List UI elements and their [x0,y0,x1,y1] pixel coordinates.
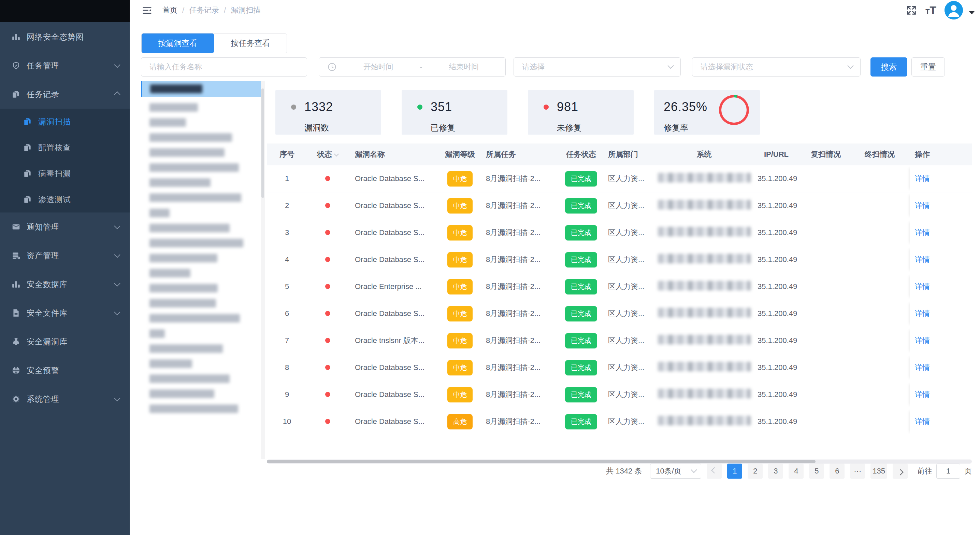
detail-link[interactable]: 详情 [915,417,930,427]
search-button[interactable]: 搜索 [870,57,907,77]
task-list-scrollbar[interactable] [261,81,265,459]
breadcrumb-home[interactable]: 首页 [162,5,177,15]
status-badge: 已完成 [565,333,597,348]
table-row: 4 Oracle Database S... 中危 8月漏洞扫描-2... 已完… [267,246,972,273]
task-list-item[interactable] [150,103,261,112]
view-tabs: 按漏洞查看 按任务查看 [141,33,287,53]
task-list-item-selected[interactable] [141,81,261,97]
detail-link[interactable]: 详情 [915,201,930,211]
task-name-input[interactable]: 请输入任务名称 [141,57,307,77]
page-button[interactable]: ··· [850,463,865,479]
user-menu-caret-icon[interactable] [969,11,975,14]
view-tab[interactable]: 按任务查看 [214,34,286,53]
sidebar-item[interactable]: 任务记录 [0,80,130,109]
cell-index: 3 [267,228,307,237]
task-list-item[interactable] [150,404,261,413]
task-list-item[interactable] [150,299,261,307]
cell-index: 2 [267,201,307,210]
goto-page-input[interactable] [936,463,960,479]
chevron-icon [114,61,120,68]
breadcrumb-vuln-scan[interactable]: 漏洞扫描 [231,5,261,15]
view-tab[interactable]: 按漏洞查看 [142,34,214,53]
cell-system [657,281,751,292]
task-list-item[interactable] [150,239,261,248]
task-list-item[interactable] [150,163,261,172]
page-button[interactable]: 135 [870,463,887,479]
sidebar-item[interactable]: 安全数据库 [0,270,130,299]
detail-link[interactable]: 详情 [915,254,930,265]
cell-action: 详情 [910,300,972,327]
date-range-picker[interactable]: 开始时间 - 结束时间 [319,57,506,77]
cell-task-status: 已完成 [561,414,601,430]
sidebar-item[interactable]: 系统管理 [0,385,130,414]
detail-link[interactable]: 详情 [915,335,930,346]
task-list-item[interactable] [150,148,261,157]
task-list-item[interactable] [150,374,261,383]
vuln-state-select[interactable]: 请选择漏洞状态 [692,57,861,77]
cell-index: 5 [267,282,307,291]
detail-link[interactable]: 详情 [915,281,930,292]
sidebar-item[interactable]: 资产管理 [0,241,130,270]
total-count: 共 1342 条 [606,466,642,476]
page-button[interactable]: 6 [829,463,845,479]
cell-vuln-name: Oracle Database S... [348,174,441,183]
blurred-system-text [658,281,751,291]
scrollbar-thumb[interactable] [267,460,816,463]
detail-link[interactable]: 详情 [915,308,930,319]
avatar[interactable] [945,1,963,19]
task-list-item[interactable] [150,284,261,292]
page-button[interactable]: 1 [727,463,742,479]
prev-page-button[interactable] [707,463,722,479]
sidebar-item[interactable]: 渗透测试 [0,187,130,212]
page-button[interactable]: 5 [809,463,824,479]
detail-link[interactable]: 详情 [915,363,930,373]
cell-status [307,255,348,264]
sidebar-item[interactable]: 安全漏洞库 [0,327,130,356]
cell-task: 8月漏洞扫描-2... [479,417,561,427]
sidebar-item[interactable]: 病毒扫漏 [0,161,130,187]
page-size-select[interactable]: 10条/页 [650,463,701,479]
reset-button[interactable]: 重置 [912,57,945,77]
stat-label: 已修复 [402,114,508,133]
sidebar-item[interactable]: 安全文件库 [0,299,130,327]
red-status-dot-icon [325,176,330,181]
font-size-icon[interactable]: TT [925,5,936,15]
generic-select[interactable]: 请选择 [514,57,681,77]
cell-ip: 35.1.200.49 [751,417,802,426]
cell-level: 中危 [441,198,479,214]
sidebar-item[interactable]: 漏洞扫描 [0,109,130,134]
fullscreen-icon[interactable] [905,5,917,16]
menu-fold-icon[interactable] [142,5,152,15]
sidebar-item[interactable]: 通知管理 [0,212,130,241]
detail-link[interactable]: 详情 [915,390,930,400]
task-list-item[interactable] [150,224,261,232]
detail-link[interactable]: 详情 [915,174,930,184]
task-list-item[interactable] [150,193,261,217]
scrollbar-thumb[interactable] [261,88,264,198]
detail-link[interactable]: 详情 [915,228,930,238]
mail-icon [11,222,21,231]
sidebar-item[interactable]: 安全预警 [0,356,130,385]
breadcrumb-task-records[interactable]: 任务记录 [189,5,219,15]
task-list-item[interactable] [150,118,261,127]
cell-ip: 35.1.200.49 [751,255,802,264]
sidebar-item[interactable]: 任务管理 [0,51,130,80]
logo-strip [0,0,130,22]
table-horizontal-scrollbar[interactable] [267,460,972,463]
page-button[interactable]: 3 [768,463,783,479]
task-list-item[interactable] [150,390,261,398]
page-button[interactable]: 2 [748,463,763,479]
task-list-item[interactable] [150,133,261,142]
task-list-item[interactable] [150,344,261,353]
sidebar-item[interactable]: 配置核查 [0,134,130,161]
sidebar-item[interactable]: 网络安全态势图 [0,22,130,51]
task-list-item[interactable] [150,254,261,262]
task-list-item[interactable] [150,269,261,278]
task-list-item[interactable] [150,314,261,338]
page-button[interactable]: 4 [789,463,803,479]
cell-department: 区人力资... [601,174,657,184]
task-list-item[interactable] [150,178,261,187]
next-page-button[interactable] [892,463,908,479]
task-list-item[interactable] [150,359,261,368]
bar-chart-icon [11,32,21,42]
